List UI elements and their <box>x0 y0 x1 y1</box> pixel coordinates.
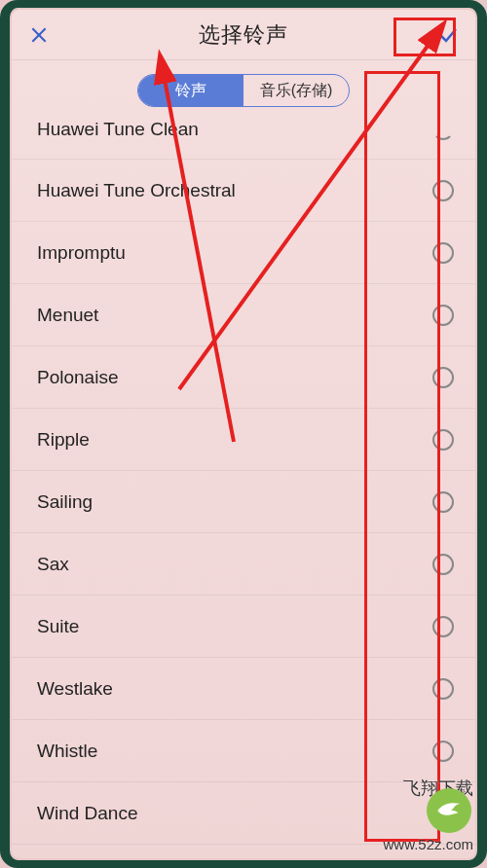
list-item[interactable]: Menuet <box>12 284 475 346</box>
screen: 选择铃声 铃声 音乐(存储) Huawei Tune Clean Huawei … <box>12 10 475 858</box>
tab-music-storage[interactable]: 音乐(存储) <box>244 75 349 106</box>
list-item-label: Ripple <box>37 429 90 451</box>
list-item[interactable]: Polonaise <box>12 346 475 409</box>
list-item[interactable]: Ripple <box>12 409 475 471</box>
radio-icon <box>432 616 454 637</box>
list-item[interactable]: Huawei Tune Clean <box>12 117 475 160</box>
list-item[interactable]: Westlake <box>12 658 475 720</box>
radio-icon <box>432 429 454 451</box>
radio-icon <box>432 242 454 264</box>
watermark-logo <box>427 788 471 833</box>
list-item-label: Impromptu <box>37 242 126 264</box>
list-item[interactable]: Sax <box>12 533 475 596</box>
confirm-button[interactable] <box>434 21 462 49</box>
radio-icon <box>432 305 454 326</box>
page-title: 选择铃声 <box>199 20 288 50</box>
radio-icon <box>432 119 454 140</box>
list-item-label: Menuet <box>37 305 98 326</box>
list-item[interactable]: Suite <box>12 596 475 658</box>
bird-icon <box>435 797 463 824</box>
close-icon <box>29 25 49 45</box>
ringtone-list: Huawei Tune Clean Huawei Tune Orchestral… <box>12 117 475 858</box>
list-item-label: Sailing <box>37 491 93 513</box>
list-item[interactable]: Sailing <box>12 471 475 533</box>
radio-icon <box>432 180 454 201</box>
tab-ringtone[interactable]: 铃声 <box>138 75 244 106</box>
close-button[interactable] <box>25 21 53 49</box>
list-item-label: Whistle <box>37 741 97 762</box>
list-item-label: Westlake <box>37 678 113 700</box>
list-item[interactable]: Impromptu <box>12 222 475 284</box>
segment-control: 铃声 音乐(存储) <box>137 74 350 107</box>
radio-icon <box>432 554 454 575</box>
header: 选择铃声 <box>12 10 475 60</box>
list-item[interactable]: Whistle <box>12 720 475 782</box>
watermark-url: www.52z.com <box>383 836 473 852</box>
list-item[interactable]: Huawei Tune Orchestral <box>12 160 475 222</box>
list-item-label: Wind Dance <box>37 803 138 824</box>
list-item-label: Huawei Tune Clean <box>37 119 199 140</box>
radio-icon <box>432 741 454 762</box>
radio-icon <box>432 491 454 513</box>
list-item-label: Suite <box>37 616 79 637</box>
radio-icon <box>432 367 454 388</box>
list-item-label: Huawei Tune Orchestral <box>37 180 236 201</box>
check-icon <box>436 23 460 47</box>
list-item-label: Sax <box>37 554 69 575</box>
list-item-label: Polonaise <box>37 367 118 388</box>
radio-icon <box>432 678 454 700</box>
tab-bar: 铃声 音乐(存储) <box>12 60 475 117</box>
